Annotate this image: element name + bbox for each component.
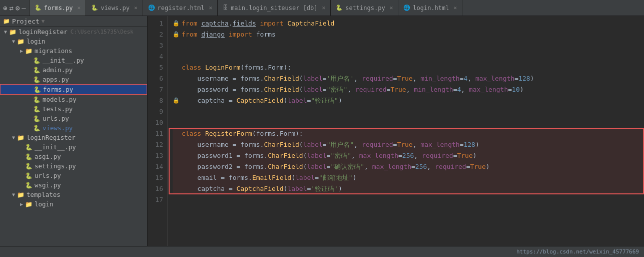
- sidebar-item-init-py[interactable]: 🐍 __init__.py: [0, 56, 147, 65]
- tab-settings-py[interactable]: 🐍 settings.py ✕: [331, 0, 398, 16]
- sidebar: 📁 Project ▼ ▼ 📁 loginRegister C:\Users\1…: [0, 16, 148, 246]
- sidebar-item-templates[interactable]: ▼ 📁 templates: [0, 190, 147, 199]
- main-login-db-icon: 🗄: [223, 5, 228, 11]
- sidebar-item-login-sub[interactable]: ▶ 📁 login: [0, 199, 147, 209]
- sidebar-item-models-py[interactable]: 🐍 models.py: [0, 95, 147, 104]
- py-file-icon: 🐍: [33, 96, 41, 103]
- tab-views-py-close[interactable]: ✕: [134, 5, 138, 11]
- expand-arrow: ▼: [10, 192, 17, 197]
- py-file-icon: 🐍: [25, 144, 33, 151]
- sidebar-item-init2-py[interactable]: 🐍 __init__.py: [0, 142, 147, 152]
- code-line-5: class LoginForm(forms.Form):: [173, 62, 644, 73]
- folder-icon: 📁: [9, 29, 17, 36]
- sidebar-item-admin-py[interactable]: 🐍 admin.py: [0, 65, 147, 75]
- sidebar-label: models.py: [43, 96, 77, 103]
- py-file-icon: 🐍: [25, 153, 33, 160]
- sidebar-item-views-py[interactable]: 🐍 views.py: [0, 123, 147, 133]
- sidebar-label: wsgi.py: [35, 181, 61, 189]
- project-title: Project: [12, 18, 40, 25]
- py-file-icon: 🐍: [25, 163, 33, 170]
- main-content: 📁 Project ▼ ▼ 📁 loginRegister C:\Users\1…: [0, 16, 644, 246]
- folder-icon: 📁: [25, 48, 33, 55]
- tab-settings-py-close[interactable]: ✕: [390, 5, 393, 11]
- folder-icon: 📁: [17, 38, 25, 45]
- py-file-icon: 🐍: [33, 115, 41, 122]
- add-tab-icon[interactable]: ⊕: [3, 4, 7, 12]
- folder-icon: 📁: [17, 191, 25, 198]
- lock-icon-1: 🔒: [173, 18, 180, 29]
- sidebar-label: asgi.py: [35, 153, 61, 160]
- code-line-3: [173, 40, 644, 51]
- code-line-12: username = forms.CharField(label="用户名", …: [173, 139, 644, 150]
- sidebar-item-forms-py[interactable]: 🐍 forms.py: [0, 84, 147, 95]
- code-line-2: 🔒 from django import forms: [173, 29, 644, 40]
- expand-arrow: ▶: [18, 48, 25, 54]
- expand-arrow: ▼: [2, 29, 9, 35]
- project-folder-icon: 📁: [3, 18, 10, 25]
- kw-from: from: [182, 18, 197, 29]
- tab-forms-py-close[interactable]: ✕: [78, 5, 81, 11]
- highlighted-block-wrapper: class RegisterForm(forms.Form): username…: [173, 128, 644, 194]
- status-url: https://blog.csdn.net/weixin_45777669: [516, 248, 639, 255]
- code-editor[interactable]: 1 2 3 4 5 6 7 8 9 10 11 12 13 14 15 16 1: [148, 16, 644, 246]
- sidebar-label: admin.py: [43, 66, 73, 74]
- login-html-icon: 🌐: [403, 5, 410, 11]
- settings-py-icon: 🐍: [336, 5, 343, 11]
- sidebar-item-tests-py[interactable]: 🐍 tests.py: [0, 104, 147, 114]
- sidebar-item-settings2-py[interactable]: 🐍 settings.py: [0, 161, 147, 171]
- py-file-icon: 🐍: [34, 86, 41, 93]
- tab-views-py[interactable]: 🐍 views.py ✕: [86, 0, 143, 16]
- code-line-8: 🔒 captcha = CaptchaField(label="验证码"): [173, 95, 644, 106]
- py-file-icon: 🐍: [33, 76, 41, 83]
- sidebar-item-migrations[interactable]: ▶ 📁 migrations: [0, 46, 147, 56]
- sidebar-item-asgi-py[interactable]: 🐍 asgi.py: [0, 152, 147, 161]
- sidebar-item-wsgi-py[interactable]: 🐍 wsgi.py: [0, 180, 147, 190]
- tab-register-html-close[interactable]: ✕: [209, 5, 213, 11]
- sidebar-label: loginRegister: [27, 134, 76, 141]
- code-line-9: [173, 106, 644, 117]
- code-line-4: [173, 51, 644, 62]
- tab-main-login-db-label: main.login_siteuser [db]: [231, 5, 317, 12]
- sidebar-label: __init__.py: [43, 57, 84, 64]
- tab-login-html-close[interactable]: ✕: [454, 5, 457, 11]
- sidebar-label: urls.py: [35, 172, 61, 179]
- expand-arrow: ▼: [10, 135, 17, 140]
- project-header[interactable]: 📁 Project ▼: [0, 16, 147, 27]
- py-file-icon: 🐍: [33, 125, 41, 132]
- sidebar-item-urls2-py[interactable]: 🐍 urls.py: [0, 171, 147, 180]
- py-file-icon: 🐍: [25, 182, 33, 189]
- tab-login-html-label: login.html: [413, 5, 449, 12]
- code-line-17: [173, 194, 644, 205]
- sidebar-item-login-folder[interactable]: ▼ 📁 login: [0, 37, 147, 46]
- tab-settings-py-label: settings.py: [345, 5, 385, 12]
- code-line-13: password1 = forms.CharField(label="密码", …: [173, 150, 644, 161]
- sidebar-label: __init__.py: [35, 143, 76, 151]
- tab-main-login-db[interactable]: 🗄 main.login_siteuser [db] ✕: [218, 0, 331, 16]
- tab-main-login-db-close[interactable]: ✕: [322, 5, 326, 11]
- py-file-icon: 🐍: [33, 67, 41, 74]
- code-content[interactable]: 🔒 from captcha.fields import CaptchaFiel…: [168, 16, 644, 246]
- sidebar-label: views.py: [43, 124, 73, 132]
- editor-area[interactable]: 1 2 3 4 5 6 7 8 9 10 11 12 13 14 15 16 1: [148, 16, 644, 246]
- lock-icon-8: 🔒: [173, 95, 180, 106]
- py-file-icon: 🐍: [33, 57, 41, 64]
- py-file-icon: 🐍: [25, 172, 33, 179]
- sidebar-label: forms.py: [43, 86, 73, 93]
- sidebar-label: settings.py: [35, 162, 76, 170]
- sidebar-item-urls-py[interactable]: 🐍 urls.py: [0, 114, 147, 123]
- tab-register-html[interactable]: 🌐 register.html ✕: [143, 0, 218, 16]
- tab-bar-actions: ⊕ ⇄ ⚙ —: [0, 0, 30, 16]
- sidebar-item-loginRegister2[interactable]: ▼ 📁 loginRegister: [0, 133, 147, 142]
- sidebar-item-loginRegister-root[interactable]: ▼ 📁 loginRegister C:\Users\15735\Desk: [0, 27, 147, 37]
- expand-arrow: ▼: [10, 39, 17, 44]
- sidebar-label: login: [27, 38, 46, 45]
- settings-icon[interactable]: ⚙: [16, 4, 20, 12]
- sidebar-label: urls.py: [43, 115, 69, 122]
- sidebar-item-apps-py[interactable]: 🐍 apps.py: [0, 75, 147, 84]
- code-line-14: password2 = forms.CharField(label="确认密码"…: [173, 161, 644, 172]
- tab-login-html[interactable]: 🌐 login.html ✕: [398, 0, 462, 16]
- split-icon[interactable]: ⇄: [9, 4, 13, 12]
- minimize-icon[interactable]: —: [22, 4, 26, 12]
- code-line-15: email = forms.EmailField(label="邮箱地址"): [173, 172, 644, 183]
- tab-forms-py[interactable]: 🐍 forms.py ✕: [30, 0, 86, 16]
